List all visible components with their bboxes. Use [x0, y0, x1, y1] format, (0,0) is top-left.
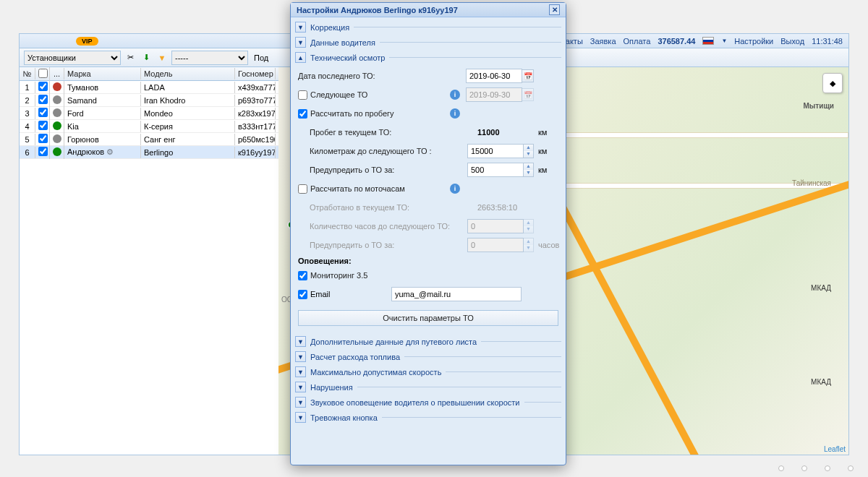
- by-hours-checkbox[interactable]: [298, 184, 307, 194]
- mileage-next-input[interactable]: [467, 144, 524, 158]
- calendar-icon[interactable]: 📅: [522, 69, 534, 82]
- mileage-current: 11000: [477, 128, 534, 137]
- layers-icon[interactable]: ◆: [822, 73, 843, 93]
- toggle-maxspeed[interactable]: ▼: [295, 366, 306, 377]
- col-status[interactable]: ...: [50, 68, 64, 80]
- dialog-title: Настройки Андрюков Berlingo к916уу197: [297, 6, 458, 14]
- table-row[interactable]: 2SamandIran Khodroр693то777: [20, 94, 278, 107]
- vip-badge: VIP: [76, 37, 98, 46]
- warn-hours-input: [467, 238, 524, 252]
- col-gos[interactable]: Госномер: [235, 68, 276, 80]
- hours-current: 2663:58:10: [477, 203, 534, 212]
- flag-icon[interactable]: [702, 37, 714, 45]
- email-input[interactable]: [391, 287, 522, 301]
- warn-hours-label: Предупредить о ТО за:: [298, 241, 467, 249]
- next-to-label: Следующее ТО: [310, 90, 444, 99]
- col-num[interactable]: №: [20, 68, 35, 80]
- pod-label: Под: [254, 53, 268, 62]
- email-label: Email: [310, 290, 391, 298]
- table-row[interactable]: 5ГорюновСанг енгр650мс190: [20, 133, 278, 146]
- table-header: № ... Марка Модель Госномер: [20, 67, 278, 81]
- top-links: нтакты Заявка Оплата 376587.44 ▼ Настрой…: [558, 37, 843, 46]
- info-icon[interactable]: i: [450, 90, 460, 100]
- filter-select[interactable]: -----: [171, 51, 248, 65]
- page-dots: [778, 465, 854, 471]
- col-model[interactable]: Модель: [141, 68, 235, 80]
- toggle-fuel[interactable]: ▼: [295, 351, 306, 362]
- table-row[interactable]: 3FordMondeoк283хк197: [20, 107, 278, 120]
- warn-km-input[interactable]: [467, 163, 524, 177]
- next-to-checkbox[interactable]: [298, 90, 307, 100]
- balance-value: 376587.44: [658, 37, 695, 46]
- clear-to-button[interactable]: Очистить параметры ТО: [298, 310, 558, 326]
- last-to-date[interactable]: [466, 69, 522, 83]
- info-icon[interactable]: i: [450, 108, 460, 119]
- next-to-date: [466, 87, 522, 102]
- toggle-violations[interactable]: ▼: [295, 382, 306, 392]
- hours-next-label: Количество часов до следующего ТО:: [298, 222, 467, 231]
- toggle-alarm[interactable]: ▼: [295, 412, 306, 423]
- toggle-tech[interactable]: ▲: [295, 52, 306, 63]
- link-settings[interactable]: Настройки: [734, 37, 773, 46]
- dialog-title-bar[interactable]: Настройки Андрюков Berlingo к916уу197 ✕: [291, 3, 566, 17]
- by-hours-label: Рассчитать по моточасам: [310, 184, 444, 193]
- clock: 11:31:48: [812, 37, 843, 46]
- info-icon[interactable]: i: [450, 184, 460, 194]
- toggle-driver[interactable]: ▼: [295, 37, 306, 48]
- leaflet-attrib[interactable]: Leaflet: [824, 445, 846, 453]
- mileage-next-label: Километраж до следующего ТО :: [298, 147, 467, 155]
- spin-down[interactable]: ▼: [524, 170, 533, 176]
- link-payment[interactable]: Оплата: [624, 37, 651, 46]
- spin-down[interactable]: ▼: [524, 151, 533, 158]
- mileage-current-label: Пробег в текущем ТО:: [298, 128, 477, 137]
- link-order[interactable]: Заявка: [590, 37, 616, 46]
- toggle-sound[interactable]: ▼: [295, 397, 306, 408]
- hours-current-label: Отработано в текущем ТО:: [298, 203, 477, 212]
- tool-icon-2[interactable]: ⬇: [140, 51, 153, 64]
- by-mileage-checkbox[interactable]: [298, 109, 307, 119]
- link-logout[interactable]: Выход: [780, 37, 804, 46]
- last-to-label: Дата последнего ТО:: [298, 72, 466, 80]
- hours-next-input: [467, 219, 524, 233]
- group-select[interactable]: Установщики: [24, 51, 121, 65]
- monitoring-checkbox[interactable]: [298, 271, 307, 280]
- vehicle-list: № ... Марка Модель Госномер 1ТумановLADA…: [20, 67, 278, 455]
- filter-icon[interactable]: ▼: [156, 51, 169, 64]
- col-check[interactable]: [35, 67, 50, 81]
- table-row[interactable]: 4KiaК-серияв333нт177: [20, 120, 278, 133]
- col-marka[interactable]: Марка: [64, 68, 141, 80]
- monitoring-label: Мониторинг 3.5: [310, 271, 558, 280]
- table-row[interactable]: 1ТумановLADAх439ха777: [20, 81, 278, 94]
- spin-up[interactable]: ▲: [524, 145, 533, 151]
- by-mileage-label: Рассчитать по пробегу: [310, 109, 444, 118]
- close-icon[interactable]: ✕: [549, 4, 560, 15]
- notif-header: Оповещения:: [298, 257, 558, 265]
- email-checkbox[interactable]: [298, 290, 307, 299]
- spin-up[interactable]: ▲: [524, 163, 533, 170]
- table-row[interactable]: 6Андрюков ⚙Berlingoк916уу197: [20, 146, 278, 159]
- toggle-waybill[interactable]: ▼: [295, 336, 306, 347]
- tool-icon-1[interactable]: ✂: [124, 51, 137, 64]
- calendar-icon-disabled: 📅: [522, 88, 534, 101]
- warn-km-label: Предупредить о ТО за:: [298, 166, 467, 174]
- toggle-correction[interactable]: ▼: [295, 22, 306, 33]
- settings-dialog: Настройки Андрюков Berlingo к916уу197 ✕ …: [290, 2, 566, 465]
